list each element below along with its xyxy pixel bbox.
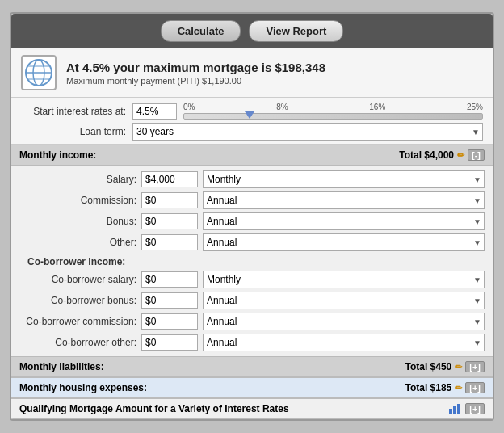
calculator-widget: Calculate View Report At 4.5% your maxim… xyxy=(10,12,494,421)
toolbar: Calculate View Report xyxy=(11,14,493,48)
monthly-liabilities-total-section: Total $450 ✏ [+] xyxy=(405,361,485,372)
monthly-income-label: Monthly income: xyxy=(19,149,96,161)
bonus-period-select[interactable]: MonthlyAnnual xyxy=(203,212,485,230)
logo xyxy=(21,55,57,90)
coborrower-other-input[interactable] xyxy=(141,334,198,351)
bonus-label: Bonus: xyxy=(19,216,136,227)
monthly-housing-edit-icon[interactable]: ✏ xyxy=(455,383,462,393)
bar-3 xyxy=(457,404,460,414)
slider-thumb[interactable] xyxy=(245,111,254,119)
commission-label: Commission: xyxy=(19,195,136,206)
slider-section: Start interest rates at: 0% 8% 16% 25% L… xyxy=(11,98,493,145)
commission-input[interactable] xyxy=(141,192,198,208)
monthly-housing-total: Total $185 xyxy=(405,382,452,393)
salary-label: Salary: xyxy=(19,174,136,185)
other-label: Other: xyxy=(19,237,136,248)
tick-0: 0% xyxy=(183,103,195,111)
interest-rate-row: Start interest rates at: 0% 8% 16% 25% xyxy=(21,103,483,120)
coborrower-commission-label: Co-borrower commission: xyxy=(19,316,136,327)
coborrower-bonus-period-wrapper: MonthlyAnnual ▼ xyxy=(203,292,485,309)
monthly-liabilities-header: Monthly liabilities: Total $450 ✏ [+] xyxy=(11,356,493,377)
qualifying-label: Qualifying Mortgage Amount for a Variety… xyxy=(19,403,289,414)
tick-16: 16% xyxy=(369,103,385,111)
coborrower-salary-period-wrapper: MonthlyAnnual ▼ xyxy=(203,271,485,288)
bonus-row: Bonus: MonthlyAnnual ▼ xyxy=(11,211,493,232)
coborrower-commission-period-select[interactable]: MonthlyAnnual xyxy=(203,313,485,330)
salary-period-wrapper: MonthlyAnnual ▼ xyxy=(203,170,485,188)
header-title: At 4.5% your maximum mortgage is $198,34… xyxy=(66,61,483,74)
coborrower-salary-input[interactable] xyxy=(141,271,198,288)
slider-track-container: 0% 8% 16% 25% xyxy=(183,103,483,120)
monthly-liabilities-edit-icon[interactable]: ✏ xyxy=(455,362,462,372)
monthly-income-header: Monthly income: Total $4,000 ✏ [-] xyxy=(11,145,493,166)
header-section: At 4.5% your maximum mortgage is $198,34… xyxy=(11,48,493,98)
tick-25: 25% xyxy=(467,103,483,111)
view-report-button[interactable]: View Report xyxy=(249,20,343,42)
slider-track[interactable] xyxy=(183,113,483,120)
bonus-input[interactable] xyxy=(141,213,198,229)
coborrower-salary-period-select[interactable]: MonthlyAnnual xyxy=(203,271,485,288)
coborrower-bonus-input[interactable] xyxy=(141,292,198,309)
commission-period-wrapper: MonthlyAnnual ▼ xyxy=(203,191,485,209)
monthly-housing-total-section: Total $185 ✏ [+] xyxy=(405,382,485,393)
header-text: At 4.5% your maximum mortgage is $198,34… xyxy=(66,61,483,86)
coborrower-bonus-label: Co-borrower bonus: xyxy=(19,295,136,306)
coborrower-salary-label: Co-borrower salary: xyxy=(19,274,136,285)
coborrower-commission-input[interactable] xyxy=(141,313,198,330)
monthly-housing-collapse-btn[interactable]: [+] xyxy=(465,382,485,393)
coborrower-other-period-select[interactable]: MonthlyAnnual xyxy=(203,334,485,351)
other-period-select[interactable]: MonthlyAnnual xyxy=(203,233,485,251)
header-subtitle: Maximum monthly payment (PITI) $1,190.00 xyxy=(66,76,483,86)
other-period-wrapper: MonthlyAnnual ▼ xyxy=(203,233,485,251)
coborrower-bonus-row: Co-borrower bonus: MonthlyAnnual ▼ xyxy=(11,290,493,311)
coborrower-other-row: Co-borrower other: MonthlyAnnual ▼ xyxy=(11,332,493,353)
loan-term-select-wrapper: 10 years 15 years 20 years 25 years 30 y… xyxy=(132,123,483,141)
qualifying-bar: Qualifying Mortgage Amount for a Variety… xyxy=(11,398,493,419)
slider-labels: 0% 8% 16% 25% xyxy=(183,103,483,111)
monthly-housing-header: Monthly housing expenses: Total $185 ✏ [… xyxy=(11,377,493,398)
bar-1 xyxy=(449,409,452,414)
monthly-income-collapse-btn[interactable]: [-] xyxy=(468,149,485,161)
interest-rate-input[interactable] xyxy=(132,103,177,120)
coborrower-bonus-period-select[interactable]: MonthlyAnnual xyxy=(203,292,485,309)
coborrower-commission-row: Co-borrower commission: MonthlyAnnual ▼ xyxy=(11,311,493,332)
chart-icon xyxy=(449,404,460,414)
monthly-income-total: Total $4,000 xyxy=(399,149,454,161)
logo-icon xyxy=(24,58,53,87)
salary-period-select[interactable]: MonthlyAnnual xyxy=(203,170,485,188)
coborrower-income-header: Co-borrower income: xyxy=(11,253,493,269)
monthly-income-grid: Salary: MonthlyAnnual ▼ Commission: Mont… xyxy=(11,166,493,356)
monthly-income-total-section: Total $4,000 ✏ [-] xyxy=(399,149,485,161)
coborrower-commission-period-wrapper: MonthlyAnnual ▼ xyxy=(203,313,485,330)
commission-row: Commission: MonthlyAnnual ▼ xyxy=(11,190,493,211)
coborrower-other-period-wrapper: MonthlyAnnual ▼ xyxy=(203,334,485,351)
commission-period-select[interactable]: MonthlyAnnual xyxy=(203,191,485,209)
interest-rate-label: Start interest rates at: xyxy=(21,106,126,117)
salary-input[interactable] xyxy=(141,171,198,187)
loan-term-select[interactable]: 10 years 15 years 20 years 25 years 30 y… xyxy=(132,123,483,141)
monthly-housing-label: Monthly housing expenses: xyxy=(19,382,147,393)
other-row: Other: MonthlyAnnual ▼ xyxy=(11,232,493,253)
calculate-button[interactable]: Calculate xyxy=(161,20,242,42)
bonus-period-wrapper: MonthlyAnnual ▼ xyxy=(203,212,485,230)
monthly-liabilities-collapse-btn[interactable]: [+] xyxy=(465,361,485,372)
coborrower-other-label: Co-borrower other: xyxy=(19,337,136,348)
qualifying-collapse-btn[interactable]: [+] xyxy=(465,403,485,414)
tick-8: 8% xyxy=(276,103,288,111)
qualifying-actions: [+] xyxy=(449,403,485,414)
coborrower-salary-row: Co-borrower salary: MonthlyAnnual ▼ xyxy=(11,269,493,290)
salary-row: Salary: MonthlyAnnual ▼ xyxy=(11,169,493,190)
monthly-income-edit-icon[interactable]: ✏ xyxy=(457,150,464,161)
bar-2 xyxy=(453,406,456,414)
loan-term-row: Loan term: 10 years 15 years 20 years 25… xyxy=(21,123,483,141)
monthly-liabilities-total: Total $450 xyxy=(405,361,452,372)
other-input[interactable] xyxy=(141,234,198,250)
monthly-liabilities-label: Monthly liabilities: xyxy=(19,361,104,372)
loan-term-label: Loan term: xyxy=(21,126,126,137)
